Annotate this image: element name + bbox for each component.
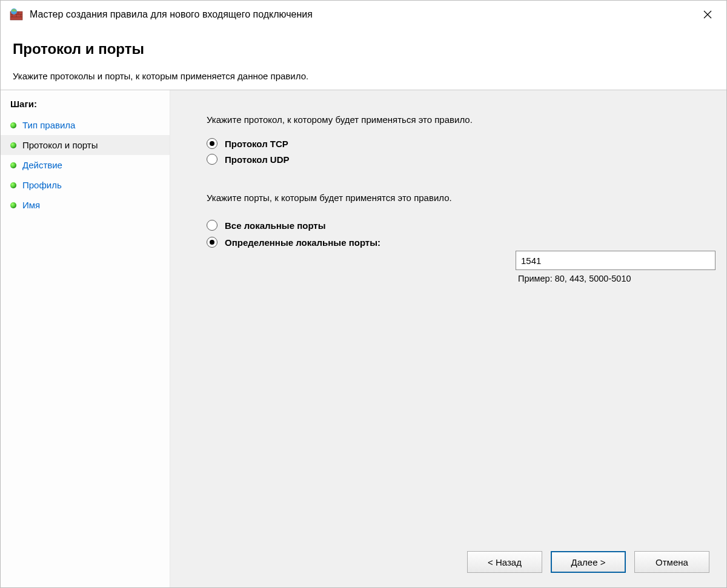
wizard-body: Шаги: Тип правила Протокол и порты Дейст… [1, 90, 726, 587]
page-heading: Протокол и порты [13, 41, 714, 58]
wizard-content: Укажите протокол, к которому будет приме… [170, 90, 726, 587]
steps-sidebar: Шаги: Тип правила Протокол и порты Дейст… [1, 90, 170, 587]
radio-protocol-tcp[interactable]: Протокол TCP [207, 137, 690, 150]
radio-icon [207, 138, 217, 149]
bullet-icon [10, 142, 16, 148]
step-name[interactable]: Имя [1, 195, 170, 215]
radio-ports-all[interactable]: Все локальные порты [207, 219, 690, 232]
step-protocol-ports[interactable]: Протокол и порты [1, 135, 170, 155]
radio-label: Все локальные порты [225, 220, 326, 231]
step-label: Имя [22, 200, 40, 210]
next-button[interactable]: Далее > [551, 551, 626, 573]
wizard-window: Мастер создания правила для нового входя… [0, 0, 727, 588]
back-button[interactable]: < Назад [467, 551, 542, 573]
port-example-text: Пример: 80, 443, 5000-5010 [516, 274, 715, 283]
protocol-prompt: Укажите протокол, к которому будет приме… [207, 114, 690, 125]
radio-label: Протокол UDP [225, 154, 290, 165]
title-bar: Мастер создания правила для нового входя… [1, 1, 726, 28]
steps-label: Шаги: [1, 93, 170, 115]
port-input-group: Пример: 80, 443, 5000-5010 [516, 251, 715, 283]
step-label: Протокол и порты [22, 140, 98, 150]
radio-icon [207, 237, 217, 248]
step-profile[interactable]: Профиль [1, 175, 170, 195]
close-button[interactable] [694, 1, 722, 28]
radio-protocol-udp[interactable]: Протокол UDP [207, 153, 690, 166]
specific-ports-input[interactable] [516, 251, 715, 270]
step-rule-type[interactable]: Тип правила [1, 115, 170, 135]
bullet-icon [10, 182, 16, 188]
radio-ports-specific[interactable]: Определенные локальные порты: [207, 236, 690, 249]
window-title: Мастер создания правила для нового входя… [30, 9, 694, 20]
radio-icon [207, 154, 217, 165]
wizard-button-bar: < Назад Далее > Отмена [467, 551, 709, 573]
step-label: Действие [22, 160, 62, 170]
radio-icon [207, 220, 217, 231]
bullet-icon [10, 162, 16, 168]
bullet-icon [10, 122, 16, 128]
ports-prompt: Укажите порты, к которым будет применятс… [207, 193, 690, 203]
radio-label: Определенные локальные порты: [225, 237, 380, 248]
step-action[interactable]: Действие [1, 155, 170, 175]
step-label: Тип правила [22, 120, 75, 130]
step-label: Профиль [22, 180, 62, 190]
cancel-button[interactable]: Отмена [634, 551, 709, 573]
radio-label: Протокол TCP [225, 139, 288, 149]
bullet-icon [10, 202, 16, 208]
wizard-header: Протокол и порты Укажите протоколы и пор… [1, 28, 726, 90]
page-subtitle: Укажите протоколы и порты, к которым при… [13, 71, 714, 81]
firewall-icon [9, 7, 24, 22]
